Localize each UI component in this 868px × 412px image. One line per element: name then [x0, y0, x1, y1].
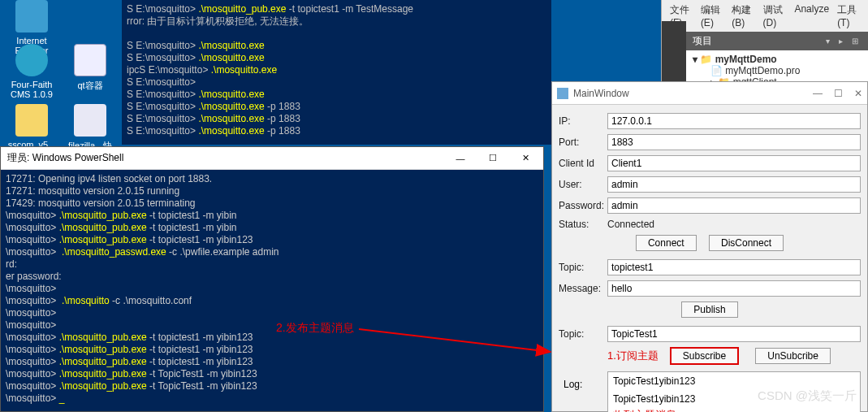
user-label: User:: [559, 179, 607, 190]
powershell-titlebar[interactable]: 理员: Windows PowerShell — ☐ ✕: [1, 147, 543, 170]
minimize-button[interactable]: —: [813, 88, 823, 99]
ide-left-rail[interactable]: [662, 21, 686, 81]
menu-build[interactable]: 构建(B): [732, 3, 754, 28]
topic2-input[interactable]: [607, 326, 861, 342]
desktop-icon-qt[interactable]: qt容器: [63, 44, 117, 92]
menu-edit[interactable]: 编辑(E): [701, 3, 723, 28]
port-label: Port:: [559, 137, 607, 148]
powershell-title: 理员: Windows PowerShell: [7, 151, 444, 165]
main-window: MainWindow — ☐ ✕ IP: Port: Client Id Use…: [551, 81, 868, 412]
topic-input[interactable]: [607, 259, 861, 275]
annotation-publish: 2.发布主题消息: [276, 321, 354, 336]
app-icon: [557, 88, 568, 99]
filter-icon[interactable]: ▾ ▸ ⊞: [826, 37, 862, 46]
topic2-label: Topic:: [559, 328, 607, 340]
ide-menubar[interactable]: 文件(F) 编辑(E) 构建(B) 调试(D) Analyze 工具(T): [662, 0, 868, 32]
log-line: TopicTest1yibin123: [613, 375, 855, 387]
connect-button[interactable]: Connect: [636, 235, 697, 251]
menu-analyze[interactable]: Analyze: [794, 3, 829, 28]
watermark: CSDN @浅笑一斤: [758, 388, 857, 404]
subscribe-button[interactable]: Subscribe: [670, 347, 739, 365]
tree-file[interactable]: 📄 myMqttDemo.pro: [693, 65, 862, 76]
disconnect-button[interactable]: DisConnect: [709, 235, 784, 251]
publish-button[interactable]: Publish: [681, 301, 738, 318]
message-input[interactable]: [607, 280, 861, 297]
ide-project-header[interactable]: 项目 ▾ ▸ ⊞: [686, 32, 868, 50]
password-label: Password:: [559, 200, 607, 211]
close-button[interactable]: ✕: [854, 88, 862, 99]
ip-input[interactable]: [607, 113, 861, 129]
message-label: Message:: [559, 283, 607, 294]
port-input[interactable]: [607, 134, 861, 150]
received-annotation: 收到主题消息: [613, 408, 855, 412]
close-button[interactable]: ✕: [509, 148, 542, 169]
desktop-icon-fourfaith[interactable]: Four-Faith CMS 1.0.9: [5, 44, 58, 99]
user-input[interactable]: [607, 176, 861, 193]
status-label: Status:: [559, 219, 607, 230]
menu-debug[interactable]: 调试(D): [763, 3, 787, 28]
desktop-icon-sscom[interactable]: sscom_v5...: [5, 104, 58, 150]
main-window-titlebar[interactable]: MainWindow — ☐ ✕: [552, 82, 867, 105]
ip-label: IP:: [559, 115, 607, 127]
status-value: Connected: [607, 219, 654, 230]
log-label: Log:: [564, 379, 582, 390]
ide-panel: 文件(F) 编辑(E) 构建(B) 调试(D) Analyze 工具(T) 项目…: [661, 0, 868, 81]
topic-label: Topic:: [559, 262, 607, 273]
tree-folder[interactable]: ▾ 📁 myMqttDemo: [693, 54, 862, 65]
minimize-button[interactable]: —: [444, 148, 477, 169]
password-input[interactable]: [607, 197, 861, 214]
clientid-label: Client Id: [559, 158, 607, 169]
powershell-window: 理员: Windows PowerShell — ☐ ✕ 17271: Open…: [0, 146, 544, 412]
clientid-input[interactable]: [607, 155, 861, 171]
main-window-title: MainWindow: [573, 88, 813, 99]
unsubscribe-button[interactable]: UnSubcribe: [755, 348, 831, 364]
powershell-body[interactable]: 17271: Opening ipv4 listen socket on por…: [1, 170, 543, 411]
desktop: Internet Explorer Four-Faith CMS 1.0.9 q…: [0, 0, 122, 158]
maximize-button[interactable]: ☐: [834, 88, 843, 99]
top-console[interactable]: S E:\mosquitto> .\mosquitto_pub.exe -t t…: [122, 0, 551, 145]
subscribe-annotation: 1.订阅主题: [607, 349, 659, 363]
menu-tools[interactable]: 工具(T): [837, 3, 860, 28]
maximize-button[interactable]: ☐: [477, 148, 509, 169]
